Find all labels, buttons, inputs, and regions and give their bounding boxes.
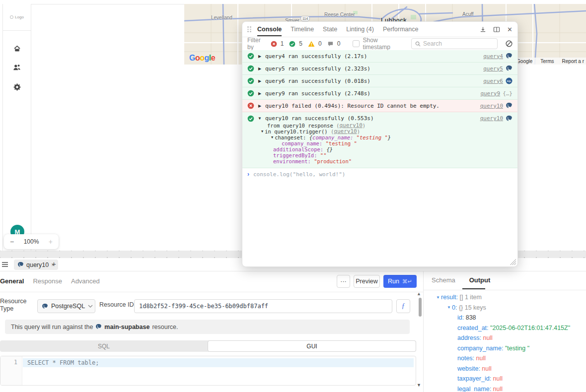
- tree-row[interactable]: legal_name: null: [424, 384, 586, 392]
- console-entry[interactable]: ▶ query4 ran successfully (2.17s) query4: [242, 50, 517, 63]
- query-link[interactable]: query9: [480, 90, 500, 97]
- app-sidebar: Logo M: [2, 4, 31, 251]
- tab-general[interactable]: General: [0, 277, 24, 285]
- json-key: notes:: [457, 355, 474, 362]
- zoom-out-button[interactable]: −: [10, 238, 14, 246]
- resource-id-input[interactable]: 1d8b2f52-f399-45ce-be35-6b09dbf87aff: [134, 299, 392, 313]
- console-entry[interactable]: ▶ query5 ran successfully (2.323s) query…: [242, 63, 517, 75]
- query-link[interactable]: query6: [483, 78, 503, 84]
- success-filter-icon[interactable]: [289, 41, 295, 47]
- collapse-arrow-icon[interactable]: ▼: [271, 134, 273, 140]
- query-list-menu-button[interactable]: [1, 261, 8, 268]
- toggle-sql[interactable]: SQL: [0, 340, 208, 352]
- tab-output[interactable]: Output: [469, 276, 491, 284]
- tab-advanced[interactable]: Advanced: [71, 277, 100, 285]
- zoom-level: 100%: [24, 238, 39, 245]
- json-value: {} 15 keys: [459, 304, 486, 311]
- log-message: query10 ran successfully (0.553s): [265, 115, 374, 122]
- query-link[interactable]: query10: [480, 103, 503, 109]
- tree-row[interactable]: created_at: "2025-06-02T16:01:47.415Z": [424, 323, 586, 333]
- json-value: null: [493, 375, 503, 382]
- console-entry[interactable]: ▶ query9 ran successfully (2.748s) query…: [242, 87, 517, 100]
- map-terms-link[interactable]: Terms: [540, 59, 554, 64]
- scroll-up-icon[interactable]: ▲: [417, 291, 421, 296]
- error-count: 1: [281, 40, 284, 47]
- scrollbar-thumb[interactable]: [419, 298, 422, 317]
- console-command-input[interactable]: › console.log("hello, world!"): [242, 168, 517, 180]
- log-detail-line[interactable]: ▼in query10.trigger() (query10): [247, 129, 513, 134]
- log-detail-line: from query10 response (query10): [247, 123, 513, 129]
- close-icon[interactable]: ✕: [507, 26, 513, 33]
- console-entry-expanded[interactable]: ▼ query10 ran successfully (0.553s) quer…: [242, 112, 517, 168]
- message-filter-icon[interactable]: [327, 41, 334, 47]
- expand-arrow-icon[interactable]: ▶: [257, 104, 262, 108]
- log-message: query6 ran successfully (0.018s): [265, 78, 370, 84]
- zoom-in-button[interactable]: +: [49, 238, 53, 246]
- log-detail-line: company_name: "testing ": [247, 140, 513, 146]
- expand-arrow-icon[interactable]: ▶: [257, 79, 262, 83]
- tab-state[interactable]: State: [323, 22, 337, 36]
- scroll-down-icon[interactable]: ▼: [417, 383, 421, 388]
- banner-prefix: This query will run against the: [11, 324, 93, 330]
- tab-timeline[interactable]: Timeline: [291, 22, 314, 36]
- collapse-arrow-icon[interactable]: ▼: [257, 116, 262, 121]
- tab-linting[interactable]: Linting (4): [346, 22, 374, 36]
- expand-arrow-icon[interactable]: ▶: [257, 66, 262, 71]
- console-input-placeholder: console.log("hello, world!"): [253, 171, 345, 178]
- tab-performance[interactable]: Performance: [383, 22, 419, 36]
- tab-console[interactable]: Console: [257, 22, 282, 36]
- tree-row[interactable]: taxpayer_id: null: [424, 374, 586, 384]
- tree-row[interactable]: ▼result: [] 1 item: [424, 292, 586, 303]
- split-view-icon[interactable]: [493, 26, 500, 33]
- drag-handle-icon[interactable]: [247, 26, 251, 32]
- canvas-zoom-control: − 100% +: [4, 234, 59, 249]
- resource-type-select[interactable]: PostgreSQL: [37, 299, 95, 313]
- expand-arrow-icon[interactable]: ▶: [257, 54, 262, 59]
- clear-console-icon[interactable]: [506, 40, 513, 47]
- sql-editor[interactable]: 1 SELECT * FROM table;: [0, 356, 416, 386]
- tree-row[interactable]: ▼0: {} 15 keys: [424, 303, 586, 313]
- collapse-arrow-icon[interactable]: ▼: [435, 295, 441, 300]
- sidebar-item-users[interactable]: [3, 59, 31, 76]
- run-button[interactable]: Run ⌘↵: [383, 275, 417, 288]
- warning-filter-icon[interactable]: [308, 41, 315, 47]
- toggle-gui[interactable]: GUI: [208, 340, 416, 352]
- more-actions-button[interactable]: ···: [337, 275, 350, 288]
- tree-row[interactable]: id: 838: [424, 313, 586, 323]
- tree-row[interactable]: company_name: "testing ": [424, 343, 586, 354]
- map-report-link[interactable]: Report a r: [562, 59, 584, 64]
- log-detail-line[interactable]: ▼changeset: {company_name: "testing "}: [247, 134, 513, 140]
- error-filter-icon[interactable]: [271, 41, 277, 47]
- console-entry[interactable]: ▶ query10 failed (0.494s): Resource ID c…: [242, 100, 517, 112]
- tab-schema[interactable]: Schema: [432, 276, 455, 284]
- tab-response[interactable]: Response: [33, 277, 62, 285]
- tree-row[interactable]: notes: null: [424, 353, 586, 364]
- fx-button[interactable]: ƒ: [396, 299, 410, 313]
- search-placeholder: Search: [423, 40, 442, 47]
- query-link[interactable]: query4: [483, 53, 503, 60]
- tree-row[interactable]: address: null: [424, 333, 586, 343]
- postgres-icon: [506, 65, 513, 72]
- resize-handle[interactable]: [510, 259, 516, 265]
- collapse-arrow-icon[interactable]: ▼: [446, 305, 452, 310]
- download-icon[interactable]: [480, 26, 486, 33]
- query-link[interactable]: query10: [334, 129, 357, 134]
- preview-button[interactable]: Preview: [354, 275, 380, 288]
- logo-label: Logo: [15, 15, 24, 19]
- collapse-arrow-icon[interactable]: ▼: [261, 129, 263, 134]
- line-number: 1: [0, 359, 17, 366]
- expand-arrow-icon[interactable]: ▶: [257, 91, 262, 96]
- logo-circle-icon: [10, 15, 13, 19]
- tree-row[interactable]: website: null: [424, 364, 586, 374]
- add-query-button[interactable]: +: [52, 260, 56, 268]
- console-search-input[interactable]: Search: [411, 38, 498, 49]
- sidebar-item-home[interactable]: [3, 40, 31, 57]
- show-timestamp-label: Show timestamp: [363, 37, 404, 51]
- filter-by-label: Filter by: [247, 37, 267, 51]
- show-timestamp-checkbox[interactable]: [353, 40, 359, 47]
- console-entry[interactable]: ▶ query6 ran successfully (0.018s) query…: [242, 75, 517, 87]
- query-link[interactable]: query5: [483, 65, 503, 72]
- run-label: Run: [388, 278, 399, 285]
- sidebar-item-settings[interactable]: [3, 78, 31, 95]
- query-link[interactable]: query10: [480, 115, 503, 122]
